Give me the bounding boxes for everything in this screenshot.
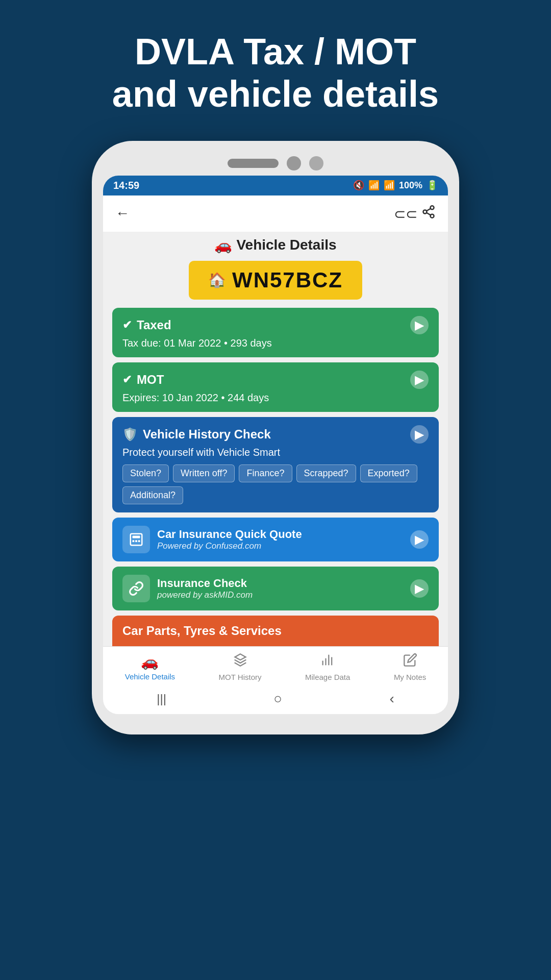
check-icon-taxed: ✔: [122, 318, 132, 332]
mot-subtitle: Expires: 10 Jan 2022 • 244 days: [122, 392, 429, 404]
svg-rect-7: [133, 540, 135, 542]
phone-camera: [287, 156, 301, 170]
phone-speaker: [228, 159, 279, 168]
battery-text: 100%: [399, 180, 422, 191]
plate-number: WN57BCZ: [232, 268, 343, 292]
phone-screen: 14:59 🔇 📶 📶 100% 🔋 ← ⊂⊂ 🚗: [103, 176, 448, 714]
gesture-recent[interactable]: |||: [157, 692, 166, 706]
battery-icon: 🔋: [427, 180, 438, 191]
mot-card[interactable]: ✔ MOT ▶ Expires: 10 Jan 2022 • 244 days: [112, 362, 439, 412]
insurance-quote-sub: Powered by Confused.com: [157, 541, 302, 551]
svg-line-3: [427, 212, 431, 215]
calculator-icon: [122, 526, 150, 553]
taxed-title: ✔ Taxed: [122, 318, 171, 332]
link-icon: [122, 575, 150, 602]
insurance-quote-inner: Car Insurance Quick Quote Powered by Con…: [122, 526, 302, 553]
mute-icon: 🔇: [353, 180, 364, 191]
taxed-card[interactable]: ✔ Taxed ▶ Tax due: 01 Mar 2022 • 293 day…: [112, 308, 439, 357]
app-header: DVLA Tax / MOT and vehicle details: [92, 31, 459, 115]
chart-icon: [320, 653, 335, 671]
svg-rect-6: [133, 535, 140, 538]
status-time: 14:59: [113, 180, 139, 191]
bottom-nav: 🚗 Vehicle Details MOT History: [103, 646, 448, 685]
vehicle-title-text: Vehicle Details: [236, 237, 336, 253]
nav-mot-history[interactable]: MOT History: [219, 653, 262, 681]
parts-title: Car Parts, Tyres & Services: [122, 624, 282, 638]
mot-icon: [233, 653, 247, 671]
share-button[interactable]: ⊂⊂: [394, 205, 436, 223]
insurance-check-title: Insurance Check: [157, 577, 253, 590]
insurance-quote-text: Car Insurance Quick Quote Powered by Con…: [157, 528, 302, 551]
badge-scrapped[interactable]: Scrapped?: [296, 464, 356, 482]
svg-line-4: [427, 208, 431, 211]
nav-notes-label: My Notes: [394, 673, 426, 681]
license-plate: 🏠 WN57BCZ: [189, 261, 362, 300]
plate-icon: 🏠: [208, 272, 226, 288]
mot-arrow: ▶: [410, 371, 429, 389]
history-badges: Stolen? Written off? Finance? Scrapped? …: [122, 464, 429, 504]
nav-mot-label: MOT History: [219, 673, 262, 681]
insurance-check-arrow: ▶: [410, 579, 429, 598]
nav-vehicle-details[interactable]: 🚗 Vehicle Details: [125, 653, 175, 681]
nav-mileage-label: Mileage Data: [305, 673, 350, 681]
badge-finance[interactable]: Finance?: [239, 464, 292, 482]
insurance-quote-title: Car Insurance Quick Quote: [157, 528, 302, 541]
svg-rect-5: [131, 533, 142, 545]
mot-title: ✔ MOT: [122, 373, 164, 387]
insurance-check-sub: powered by askMID.com: [157, 590, 253, 600]
phone-frame: 14:59 🔇 📶 📶 100% 🔋 ← ⊂⊂ 🚗: [92, 141, 459, 734]
insurance-check-card[interactable]: Insurance Check powered by askMID.com ▶: [112, 567, 439, 610]
phone-camera2: [309, 156, 323, 170]
check-icon-mot: ✔: [122, 373, 132, 386]
app-topbar: ← ⊂⊂: [103, 195, 448, 232]
history-subtitle: Protect yourself with Vehicle Smart: [122, 447, 429, 458]
app-content: 🚗 Vehicle Details 🏠 WN57BCZ ✔ Taxed ▶ Ta…: [103, 232, 448, 646]
shield-icon: 🛡️: [122, 427, 138, 442]
gesture-back[interactable]: ‹: [389, 691, 394, 707]
insurance-check-text: Insurance Check powered by askMID.com: [157, 577, 253, 600]
wifi-icon: 📶: [368, 180, 380, 191]
badge-writtenoff[interactable]: Written off?: [173, 464, 235, 482]
parts-card[interactable]: Car Parts, Tyres & Services: [112, 616, 439, 646]
back-button[interactable]: ←: [115, 205, 130, 222]
nav-notes[interactable]: My Notes: [394, 653, 426, 681]
insurance-quote-card[interactable]: Car Insurance Quick Quote Powered by Con…: [112, 518, 439, 561]
nav-mileage[interactable]: Mileage Data: [305, 653, 350, 681]
insurance-check-inner: Insurance Check powered by askMID.com: [122, 575, 253, 602]
badge-stolen[interactable]: Stolen?: [122, 464, 169, 482]
status-bar: 14:59 🔇 📶 📶 100% 🔋: [103, 176, 448, 195]
notes-icon: [403, 653, 417, 671]
badge-exported[interactable]: Exported?: [360, 464, 417, 482]
history-arrow: ▶: [410, 425, 429, 444]
status-icons: 🔇 📶 📶 100% 🔋: [353, 180, 438, 191]
header-line2: and vehicle details: [112, 73, 439, 115]
taxed-arrow: ▶: [410, 316, 429, 334]
insurance-quote-arrow: ▶: [410, 530, 429, 549]
taxed-subtitle: Tax due: 01 Mar 2022 • 293 days: [122, 337, 429, 349]
svg-rect-9: [138, 540, 140, 542]
signal-icon: 📶: [384, 180, 395, 191]
header-line1: DVLA Tax / MOT: [112, 31, 439, 73]
nav-vehicle-label: Vehicle Details: [125, 672, 175, 681]
gesture-home[interactable]: ○: [273, 691, 282, 707]
badge-additional[interactable]: Additional?: [122, 486, 183, 504]
phone-top: [103, 156, 448, 170]
vehicle-title: 🚗 Vehicle Details: [112, 237, 439, 254]
vehicle-icon: 🚗: [214, 237, 232, 254]
svg-rect-8: [135, 540, 137, 542]
gesture-bar: ||| ○ ‹: [103, 685, 448, 714]
car-icon: 🚗: [141, 653, 159, 670]
history-title: 🛡️ Vehicle History Check: [122, 427, 271, 442]
history-card[interactable]: 🛡️ Vehicle History Check ▶ Protect yours…: [112, 417, 439, 512]
